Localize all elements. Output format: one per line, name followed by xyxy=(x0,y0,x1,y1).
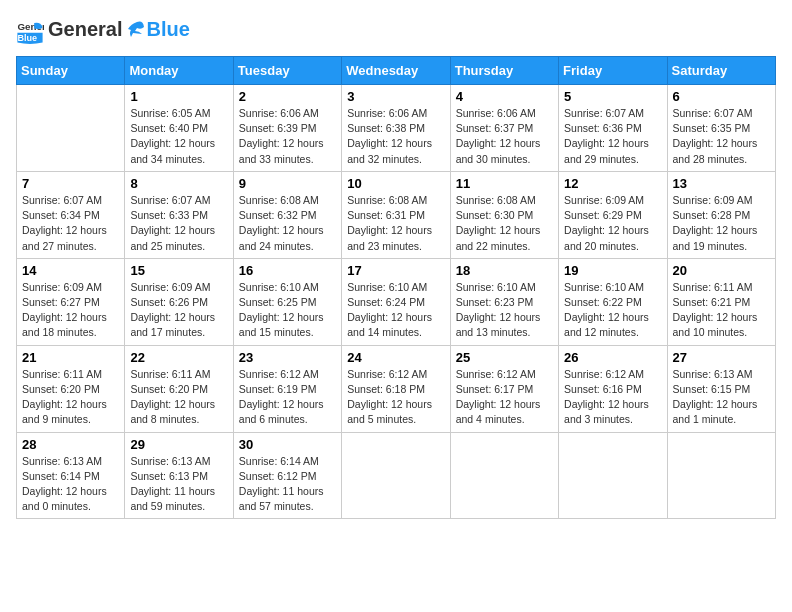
day-number: 26 xyxy=(564,350,661,365)
calendar-cell xyxy=(450,432,558,519)
day-info: Sunrise: 6:11 AM Sunset: 6:20 PM Dayligh… xyxy=(22,368,107,426)
calendar-cell: 8Sunrise: 6:07 AM Sunset: 6:33 PM Daylig… xyxy=(125,171,233,258)
day-number: 16 xyxy=(239,263,336,278)
calendar-cell: 10Sunrise: 6:08 AM Sunset: 6:31 PM Dayli… xyxy=(342,171,450,258)
calendar-cell: 19Sunrise: 6:10 AM Sunset: 6:22 PM Dayli… xyxy=(559,258,667,345)
day-number: 10 xyxy=(347,176,444,191)
calendar-body: 1Sunrise: 6:05 AM Sunset: 6:40 PM Daylig… xyxy=(17,85,776,519)
calendar-cell: 11Sunrise: 6:08 AM Sunset: 6:30 PM Dayli… xyxy=(450,171,558,258)
day-info: Sunrise: 6:12 AM Sunset: 6:18 PM Dayligh… xyxy=(347,368,432,426)
day-info: Sunrise: 6:14 AM Sunset: 6:12 PM Dayligh… xyxy=(239,455,324,513)
day-info: Sunrise: 6:10 AM Sunset: 6:22 PM Dayligh… xyxy=(564,281,649,339)
weekday-header: SundayMondayTuesdayWednesdayThursdayFrid… xyxy=(17,57,776,85)
day-info: Sunrise: 6:10 AM Sunset: 6:23 PM Dayligh… xyxy=(456,281,541,339)
day-info: Sunrise: 6:12 AM Sunset: 6:16 PM Dayligh… xyxy=(564,368,649,426)
logo: General Blue GeneralBlue xyxy=(16,16,190,44)
day-info: Sunrise: 6:07 AM Sunset: 6:34 PM Dayligh… xyxy=(22,194,107,252)
calendar-week-2: 7Sunrise: 6:07 AM Sunset: 6:34 PM Daylig… xyxy=(17,171,776,258)
day-number: 7 xyxy=(22,176,119,191)
weekday-friday: Friday xyxy=(559,57,667,85)
day-info: Sunrise: 6:06 AM Sunset: 6:39 PM Dayligh… xyxy=(239,107,324,165)
calendar-week-5: 28Sunrise: 6:13 AM Sunset: 6:14 PM Dayli… xyxy=(17,432,776,519)
weekday-tuesday: Tuesday xyxy=(233,57,341,85)
calendar-week-1: 1Sunrise: 6:05 AM Sunset: 6:40 PM Daylig… xyxy=(17,85,776,172)
calendar-week-3: 14Sunrise: 6:09 AM Sunset: 6:27 PM Dayli… xyxy=(17,258,776,345)
weekday-sunday: Sunday xyxy=(17,57,125,85)
day-number: 5 xyxy=(564,89,661,104)
day-info: Sunrise: 6:08 AM Sunset: 6:31 PM Dayligh… xyxy=(347,194,432,252)
calendar-cell: 12Sunrise: 6:09 AM Sunset: 6:29 PM Dayli… xyxy=(559,171,667,258)
weekday-saturday: Saturday xyxy=(667,57,775,85)
day-number: 6 xyxy=(673,89,770,104)
calendar-cell: 2Sunrise: 6:06 AM Sunset: 6:39 PM Daylig… xyxy=(233,85,341,172)
calendar-cell: 14Sunrise: 6:09 AM Sunset: 6:27 PM Dayli… xyxy=(17,258,125,345)
day-number: 11 xyxy=(456,176,553,191)
day-number: 28 xyxy=(22,437,119,452)
calendar-cell: 26Sunrise: 6:12 AM Sunset: 6:16 PM Dayli… xyxy=(559,345,667,432)
calendar-cell: 5Sunrise: 6:07 AM Sunset: 6:36 PM Daylig… xyxy=(559,85,667,172)
day-number: 24 xyxy=(347,350,444,365)
logo-general: General xyxy=(48,18,122,40)
day-info: Sunrise: 6:05 AM Sunset: 6:40 PM Dayligh… xyxy=(130,107,215,165)
calendar-cell xyxy=(342,432,450,519)
day-info: Sunrise: 6:06 AM Sunset: 6:37 PM Dayligh… xyxy=(456,107,541,165)
day-info: Sunrise: 6:06 AM Sunset: 6:38 PM Dayligh… xyxy=(347,107,432,165)
day-info: Sunrise: 6:09 AM Sunset: 6:29 PM Dayligh… xyxy=(564,194,649,252)
calendar-cell: 4Sunrise: 6:06 AM Sunset: 6:37 PM Daylig… xyxy=(450,85,558,172)
day-info: Sunrise: 6:07 AM Sunset: 6:35 PM Dayligh… xyxy=(673,107,758,165)
calendar-cell: 16Sunrise: 6:10 AM Sunset: 6:25 PM Dayli… xyxy=(233,258,341,345)
calendar-cell: 27Sunrise: 6:13 AM Sunset: 6:15 PM Dayli… xyxy=(667,345,775,432)
calendar-cell: 22Sunrise: 6:11 AM Sunset: 6:20 PM Dayli… xyxy=(125,345,233,432)
day-number: 20 xyxy=(673,263,770,278)
day-info: Sunrise: 6:12 AM Sunset: 6:17 PM Dayligh… xyxy=(456,368,541,426)
day-info: Sunrise: 6:09 AM Sunset: 6:26 PM Dayligh… xyxy=(130,281,215,339)
header: General Blue GeneralBlue xyxy=(16,16,776,44)
day-info: Sunrise: 6:07 AM Sunset: 6:33 PM Dayligh… xyxy=(130,194,215,252)
calendar-cell: 15Sunrise: 6:09 AM Sunset: 6:26 PM Dayli… xyxy=(125,258,233,345)
calendar-cell: 23Sunrise: 6:12 AM Sunset: 6:19 PM Dayli… xyxy=(233,345,341,432)
weekday-wednesday: Wednesday xyxy=(342,57,450,85)
day-number: 13 xyxy=(673,176,770,191)
logo-blue: Blue xyxy=(146,18,189,40)
day-info: Sunrise: 6:13 AM Sunset: 6:14 PM Dayligh… xyxy=(22,455,107,513)
calendar-cell: 1Sunrise: 6:05 AM Sunset: 6:40 PM Daylig… xyxy=(125,85,233,172)
calendar-cell: 25Sunrise: 6:12 AM Sunset: 6:17 PM Dayli… xyxy=(450,345,558,432)
day-info: Sunrise: 6:10 AM Sunset: 6:24 PM Dayligh… xyxy=(347,281,432,339)
calendar: SundayMondayTuesdayWednesdayThursdayFrid… xyxy=(16,56,776,519)
logo-icon: General Blue xyxy=(16,16,44,44)
calendar-cell: 24Sunrise: 6:12 AM Sunset: 6:18 PM Dayli… xyxy=(342,345,450,432)
day-number: 18 xyxy=(456,263,553,278)
day-number: 23 xyxy=(239,350,336,365)
calendar-cell: 29Sunrise: 6:13 AM Sunset: 6:13 PM Dayli… xyxy=(125,432,233,519)
day-number: 15 xyxy=(130,263,227,278)
calendar-cell xyxy=(17,85,125,172)
day-info: Sunrise: 6:09 AM Sunset: 6:27 PM Dayligh… xyxy=(22,281,107,339)
day-number: 4 xyxy=(456,89,553,104)
day-info: Sunrise: 6:13 AM Sunset: 6:15 PM Dayligh… xyxy=(673,368,758,426)
calendar-cell: 9Sunrise: 6:08 AM Sunset: 6:32 PM Daylig… xyxy=(233,171,341,258)
day-number: 14 xyxy=(22,263,119,278)
day-number: 12 xyxy=(564,176,661,191)
day-info: Sunrise: 6:10 AM Sunset: 6:25 PM Dayligh… xyxy=(239,281,324,339)
day-number: 9 xyxy=(239,176,336,191)
svg-text:Blue: Blue xyxy=(17,33,37,43)
day-number: 30 xyxy=(239,437,336,452)
calendar-cell: 17Sunrise: 6:10 AM Sunset: 6:24 PM Dayli… xyxy=(342,258,450,345)
weekday-thursday: Thursday xyxy=(450,57,558,85)
day-number: 27 xyxy=(673,350,770,365)
day-info: Sunrise: 6:07 AM Sunset: 6:36 PM Dayligh… xyxy=(564,107,649,165)
day-number: 17 xyxy=(347,263,444,278)
calendar-cell: 28Sunrise: 6:13 AM Sunset: 6:14 PM Dayli… xyxy=(17,432,125,519)
day-number: 8 xyxy=(130,176,227,191)
day-info: Sunrise: 6:08 AM Sunset: 6:32 PM Dayligh… xyxy=(239,194,324,252)
calendar-cell: 20Sunrise: 6:11 AM Sunset: 6:21 PM Dayli… xyxy=(667,258,775,345)
calendar-week-4: 21Sunrise: 6:11 AM Sunset: 6:20 PM Dayli… xyxy=(17,345,776,432)
day-number: 19 xyxy=(564,263,661,278)
weekday-monday: Monday xyxy=(125,57,233,85)
calendar-cell: 13Sunrise: 6:09 AM Sunset: 6:28 PM Dayli… xyxy=(667,171,775,258)
day-number: 21 xyxy=(22,350,119,365)
calendar-cell: 7Sunrise: 6:07 AM Sunset: 6:34 PM Daylig… xyxy=(17,171,125,258)
calendar-cell: 21Sunrise: 6:11 AM Sunset: 6:20 PM Dayli… xyxy=(17,345,125,432)
day-number: 2 xyxy=(239,89,336,104)
day-info: Sunrise: 6:13 AM Sunset: 6:13 PM Dayligh… xyxy=(130,455,215,513)
